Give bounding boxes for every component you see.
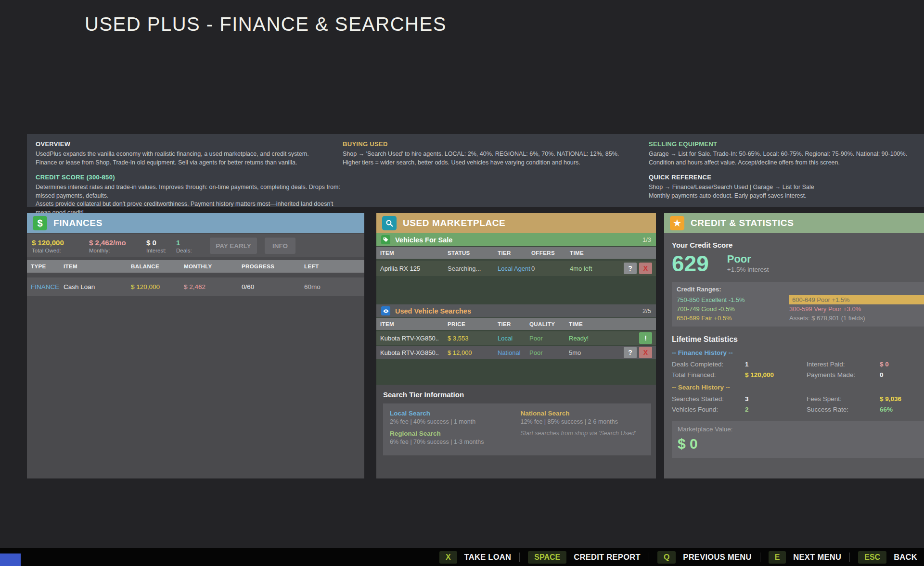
info-credit-score: CREDIT SCORE (300-850) Determines intere… (36, 174, 343, 217)
back-label: BACK (894, 553, 917, 562)
marketplace-value-label: Marketplace Value: (678, 426, 924, 433)
listing-status: Searching... (448, 265, 498, 272)
veh-col-time: TIME (570, 250, 614, 256)
sea-col-time: TIME (569, 321, 612, 327)
info-quick-reference-line2: Monthly payments auto-deduct. Early payo… (649, 192, 924, 201)
tier-info-box: Local Search 2% fee | 40% success | 1 mo… (383, 403, 651, 455)
listing-offers: 0 (531, 265, 570, 272)
stat-label: Deals Completed: (672, 361, 745, 368)
search-tier-information: Search Tier Information Local Search 2% … (376, 385, 656, 478)
vehicles-table-header: ITEM STATUS TIER OFFERS TIME (376, 247, 656, 259)
tier-info-heading: Search Tier Information (383, 390, 651, 399)
marketplace-value-box: Marketplace Value: $ 0 (672, 421, 924, 458)
search-price: $ 12,000 (448, 349, 498, 356)
take-loan-action[interactable]: X TAKE LOAN (439, 551, 511, 564)
national-search-detail: 12% fee | 85% success | 2-6 months (521, 418, 652, 425)
search-result-row[interactable]: Kubota RTV-XG850.. $ 3,553 Local Poor Re… (376, 331, 656, 345)
stat-label: Payments Made: (807, 371, 880, 378)
credit-report-label: CREDIT REPORT (574, 553, 641, 562)
stat-label: Vehicles Found: (672, 406, 745, 413)
credit-ranges-box: Credit Ranges: 750-850 Excellent -1.5% 7… (672, 282, 924, 327)
marketplace-panel: USED MARKETPLACE Vehicles For Sale 1/3 I… (376, 213, 656, 478)
page-title: USED PLUS - FINANCE & SEARCHES (85, 13, 447, 35)
listing-item: Aprilia RX 125 (380, 265, 448, 272)
separator (649, 553, 649, 562)
search-quality: Poor (529, 349, 569, 356)
regional-search-title: Regional Search (390, 430, 521, 437)
credit-report-action[interactable]: SPACE CREDIT REPORT (528, 551, 641, 564)
search-result-row[interactable]: Kubota RTV-XG850.. $ 12,000 National Poo… (376, 346, 656, 359)
search-price: $ 3,553 (448, 335, 498, 342)
info-overview-heading: OVERVIEW (36, 140, 343, 148)
monthly-payment-value: $ 2,462/mo (89, 239, 144, 247)
listing-help-button[interactable]: ? (624, 263, 637, 274)
pay-early-button[interactable]: PAY EARLY (210, 238, 257, 254)
col-left: LEFT (304, 264, 364, 269)
col-balance: BALANCE (131, 264, 184, 269)
search-tier: Local (498, 335, 529, 342)
separator (760, 553, 760, 562)
vehicles-for-sale-title: Vehicles For Sale (395, 236, 452, 244)
info-quick-reference-heading: QUICK REFERENCE (649, 174, 924, 181)
listing-cancel-button[interactable]: X (639, 263, 652, 274)
col-progress: PROGRESS (242, 264, 304, 269)
sea-col-item: ITEM (380, 321, 448, 327)
lifetime-statistics-heading: Lifetime Statistics (672, 335, 924, 344)
listing-tier: Local Agent (498, 265, 531, 272)
previous-menu-label: PREVIOUS MENU (683, 553, 751, 562)
star-icon: ★ (670, 216, 684, 230)
dollar-icon: $ (33, 216, 47, 230)
searches-table-header: ITEM PRICE TIER QUALITY TIME (376, 318, 656, 330)
info-credit-score-line1: Determines interest rates and trade-in v… (36, 183, 343, 200)
search-time: Ready! (569, 335, 612, 342)
separator (519, 553, 520, 562)
stat-value: $ 9,036 (880, 395, 924, 402)
back-action[interactable]: ESC BACK (858, 551, 917, 564)
deals-label: Deals: (176, 248, 201, 253)
loan-monthly: $ 2,462 (184, 283, 242, 290)
local-search-title: Local Search (390, 410, 521, 417)
stat-label: Total Financed: (672, 371, 745, 378)
previous-menu-action[interactable]: Q PREVIOUS MENU (657, 551, 752, 564)
search-help-button[interactable]: ? (624, 347, 637, 358)
key-esc: ESC (858, 551, 886, 564)
credit-ranges-heading: Credit Ranges: (677, 286, 924, 293)
key-space: SPACE (528, 551, 566, 564)
credit-body: Your Credit Score 629 Poor +1.5% interes… (664, 233, 924, 458)
used-vehicle-searches-section: Used Vehicle Searches 2/5 ITEM PRICE TIE… (376, 304, 656, 385)
search-time: 5mo (569, 349, 612, 356)
take-loan-label: TAKE LOAN (464, 553, 512, 562)
info-panel: OVERVIEW UsedPlus expands the vanilla ec… (27, 134, 924, 207)
stat-value: 66% (880, 406, 924, 413)
finances-title: FINANCES (53, 218, 103, 228)
search-item: Kubota RTV-XG850.. (380, 335, 448, 342)
next-menu-action[interactable]: E NEXT MENU (769, 551, 842, 564)
credit-score-value: 629 (672, 252, 709, 275)
search-icon (382, 216, 397, 230)
veh-col-status: STATUS (448, 250, 498, 256)
range-very-poor: 300-599 Very Poor +3.0% (789, 304, 924, 314)
search-claim-button[interactable]: ! (639, 332, 652, 344)
stat-value: 1 (745, 361, 807, 368)
credit-statistics-panel: ★ CREDIT & STATISTICS Your Credit Score … (664, 213, 924, 478)
info-buying-line2: Higher tiers = wider search, better odds… (343, 159, 649, 167)
next-menu-label: NEXT MENU (793, 553, 841, 562)
finance-row-cash-loan[interactable]: FINANCE Cash Loan $ 120,000 $ 2,462 0/60… (27, 277, 364, 296)
vehicle-listing-row[interactable]: Aprilia RX 125 Searching... Local Agent … (376, 261, 656, 276)
search-tier: National (498, 349, 529, 356)
search-history-heading: -- Search History -- (672, 384, 924, 391)
info-button[interactable]: INFO (265, 238, 295, 254)
range-good: 700-749 Good -0.5% (677, 304, 787, 314)
search-cancel-button[interactable]: X (639, 347, 652, 358)
veh-col-tier: TIER (498, 250, 531, 256)
vehicles-count: 1/3 (642, 236, 651, 243)
loan-progress: 0/60 (242, 283, 304, 290)
finances-table-header: TYPE ITEM BALANCE MONTHLY PROGRESS LEFT (27, 260, 364, 273)
monthly-payment: $ 2,462/mo Monthly: (89, 239, 144, 253)
range-poor-current: 600-649 Poor +1.5% (789, 295, 924, 304)
search-history-stats: Searches Started: 3 Fees Spent: $ 9,036 … (672, 395, 924, 413)
range-fair: 650-699 Fair +0.5% (677, 314, 787, 323)
loan-item: Cash Loan (64, 283, 131, 290)
loan-balance: $ 120,000 (131, 283, 184, 290)
separator (849, 553, 850, 562)
